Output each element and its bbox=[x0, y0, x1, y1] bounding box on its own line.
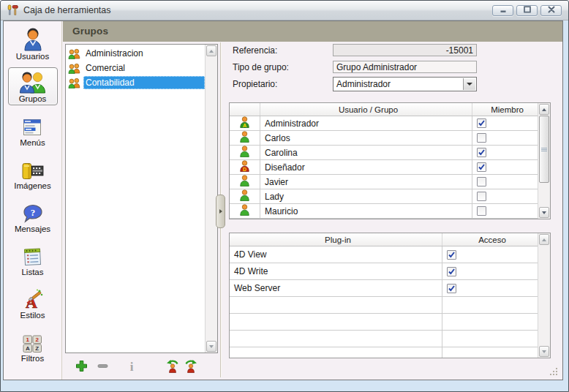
plugin-row-empty bbox=[230, 314, 538, 331]
propietario-label: Propietario: bbox=[233, 79, 277, 89]
group-small-icon bbox=[68, 48, 80, 59]
green-user-icon bbox=[239, 146, 250, 159]
group-small-icon bbox=[68, 63, 80, 74]
access-checkbox[interactable] bbox=[447, 284, 456, 293]
users-table: Usuario / GrupoMiembro AAdministradorCar… bbox=[229, 102, 551, 219]
scroll-up-button[interactable] bbox=[539, 234, 549, 245]
user-name: Carlos bbox=[260, 131, 472, 145]
user-row-lady[interactable]: Lady bbox=[230, 189, 538, 204]
user-row-disenador[interactable]: DDiseñador bbox=[230, 160, 538, 175]
plugins-table-body: 4D View4D WriteWeb Server bbox=[230, 246, 538, 358]
svg-text:i: i bbox=[130, 360, 134, 373]
minimize-icon bbox=[499, 5, 508, 15]
window-controls bbox=[492, 5, 564, 16]
scroll-down-button[interactable] bbox=[539, 207, 549, 218]
add-button[interactable] bbox=[72, 358, 90, 376]
svg-text:2: 2 bbox=[36, 336, 39, 343]
sidebar: UsuariosGruposMenúsImágenes?MensajesList… bbox=[4, 21, 62, 380]
member-checkbox[interactable] bbox=[477, 162, 486, 172]
green-user-icon bbox=[239, 131, 250, 145]
group-list-item-contabilidad[interactable]: Contabilidad bbox=[66, 75, 205, 90]
sidebar-item-usuarios[interactable]: Usuarios bbox=[8, 24, 58, 62]
info-icon: i bbox=[128, 360, 135, 375]
arrow-down-icon bbox=[542, 350, 546, 353]
user-name: Mauricio bbox=[260, 204, 472, 218]
group-list[interactable]: AdministracionComercialContabilidad bbox=[65, 44, 218, 353]
user-row-mauricio[interactable]: Mauricio bbox=[230, 204, 538, 219]
plugin-row-web-server[interactable]: Web Server bbox=[230, 280, 538, 297]
plugins-col-acceso: Acceso bbox=[442, 233, 538, 246]
propietario-combobox[interactable]: Administrador bbox=[333, 77, 477, 91]
close-button[interactable] bbox=[540, 5, 562, 16]
scroll-down-button[interactable] bbox=[206, 341, 216, 352]
group-list-item-comercial[interactable]: Comercial bbox=[66, 61, 205, 75]
member-checkbox[interactable] bbox=[477, 148, 486, 157]
splitter-handle[interactable] bbox=[216, 195, 225, 228]
sidebar-item-estilos[interactable]: AEstilos bbox=[8, 283, 58, 321]
group-name: Administracion bbox=[83, 47, 205, 60]
resize-grip[interactable] bbox=[549, 366, 558, 376]
plugins-table-scrollbar[interactable] bbox=[538, 233, 550, 358]
designer-user-icon: D bbox=[239, 160, 250, 174]
sidebar-item-grupos[interactable]: Grupos bbox=[8, 67, 58, 105]
scrollbar-thumb[interactable] bbox=[539, 116, 549, 183]
menus-icon bbox=[23, 110, 43, 137]
user-name: Carolina bbox=[260, 146, 472, 159]
sidebar-item-filtros[interactable]: 12AZFiltros bbox=[8, 326, 58, 364]
title-bar[interactable]: Caja de herramientas bbox=[1, 1, 568, 20]
referencia-label: Referencia: bbox=[233, 45, 277, 56]
maximize-icon bbox=[523, 5, 532, 15]
svg-text:1: 1 bbox=[26, 336, 30, 343]
plus-icon bbox=[75, 360, 88, 374]
export-users-button[interactable] bbox=[183, 358, 200, 376]
sidebar-item-imagenes[interactable]: Imágenes bbox=[8, 154, 58, 192]
plugin-row-4d-view[interactable]: 4D View bbox=[230, 246, 538, 263]
sidebar-item-listas[interactable]: Listas bbox=[8, 240, 58, 278]
user-name: Administrador bbox=[260, 116, 472, 130]
access-checkbox[interactable] bbox=[447, 250, 456, 260]
sidebar-item-mensajes[interactable]: ?Mensajes bbox=[8, 197, 58, 235]
user-row-carolina[interactable]: Carolina bbox=[230, 146, 538, 160]
page-title: Grupos bbox=[72, 26, 108, 37]
scroll-up-button[interactable] bbox=[206, 45, 216, 56]
access-checkbox[interactable] bbox=[447, 267, 456, 276]
minus-icon bbox=[97, 361, 108, 374]
member-checkbox[interactable] bbox=[477, 206, 486, 216]
minimize-button[interactable] bbox=[492, 5, 513, 16]
sidebar-item-label: Menús bbox=[20, 138, 45, 147]
collapse-arrow-icon bbox=[219, 209, 222, 214]
tipo-de-grupo-label: Tipo de grupo: bbox=[233, 62, 289, 72]
sidebar-item-label: Grupos bbox=[19, 94, 47, 103]
user-row-javier[interactable]: Javier bbox=[230, 175, 538, 189]
arrow-down-icon bbox=[209, 345, 214, 348]
users-table-scrollbar[interactable] bbox=[538, 103, 550, 219]
svg-text:D: D bbox=[243, 167, 246, 172]
user-row-carlos[interactable]: Carlos bbox=[230, 131, 538, 146]
plugin-row-4d-write[interactable]: 4D Write bbox=[230, 263, 538, 280]
lists-icon bbox=[23, 240, 42, 267]
messages-icon: ? bbox=[23, 197, 43, 224]
referencia-field: -15001 bbox=[333, 44, 477, 56]
scroll-down-button[interactable] bbox=[539, 346, 549, 357]
svg-text:?: ? bbox=[30, 207, 35, 218]
group-name: Contabilidad bbox=[83, 76, 205, 89]
import-users-button[interactable] bbox=[162, 358, 180, 376]
sidebar-item-label: Imágenes bbox=[14, 181, 51, 190]
plugins-table: Plug-inAcceso 4D View4D WriteWeb Server bbox=[229, 233, 551, 358]
user-row-administrador[interactable]: AAdministrador bbox=[230, 116, 538, 131]
member-checkbox[interactable] bbox=[477, 133, 486, 143]
close-icon bbox=[547, 5, 556, 15]
group-list-item-administracion[interactable]: Administracion bbox=[66, 46, 205, 61]
sidebar-item-menus[interactable]: Menús bbox=[8, 110, 58, 148]
plugins-col-plugin: Plug-in bbox=[230, 233, 442, 246]
member-checkbox[interactable] bbox=[477, 118, 486, 128]
images-icon bbox=[21, 154, 44, 181]
tipo-de-grupo-field[interactable]: Grupo Administrador bbox=[333, 61, 477, 73]
combo-dropdown-button[interactable] bbox=[463, 78, 475, 90]
maximize-button[interactable] bbox=[516, 5, 538, 16]
admin-user-icon: A bbox=[239, 116, 250, 130]
page-header: Grupos bbox=[63, 21, 562, 42]
scroll-up-button[interactable] bbox=[539, 104, 549, 115]
member-checkbox[interactable] bbox=[477, 177, 486, 186]
member-checkbox[interactable] bbox=[477, 192, 486, 201]
